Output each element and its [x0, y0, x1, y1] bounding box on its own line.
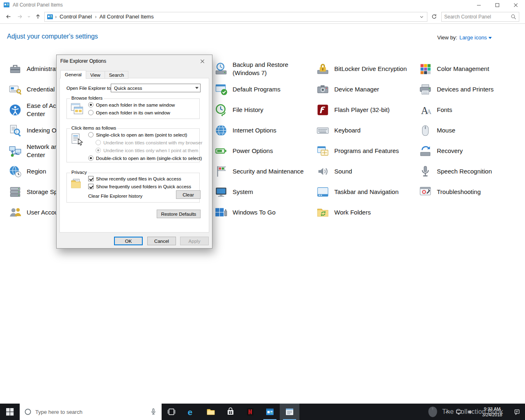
cp-item-devices-and-printers[interactable]: Devices and Printers [418, 80, 493, 98]
click-items-options: Single-click to open an item (point to s… [88, 132, 198, 163]
radio-mark-icon [88, 102, 94, 107]
cp-item-fonts[interactable]: AAFonts [418, 101, 452, 119]
netflix-button[interactable] [240, 404, 260, 420]
cp-item-sound[interactable]: Sound [316, 162, 352, 180]
taskbar-search-box[interactable] [20, 404, 162, 420]
store-button[interactable] [221, 404, 240, 420]
cp-item-security-and-maintenance[interactable]: Security and Maintenance [214, 162, 304, 180]
dialog-close-button[interactable] [193, 55, 212, 67]
cp-item-region[interactable]: Region [8, 162, 46, 180]
radio-single-click-to-open-an-item-point-to-select[interactable]: Single-click to open an item (point to s… [88, 132, 198, 138]
user-accounts-icon [8, 205, 22, 219]
tray-icons [441, 404, 476, 420]
back-arrow-icon [5, 13, 12, 20]
radio-double-click-to-open-an-item-single-click-to-select[interactable]: Double-click to open an item (single-cli… [88, 155, 198, 161]
taskbar-navigation-icon [316, 185, 330, 199]
search-input[interactable] [444, 14, 511, 20]
breadcrumb-item-all-control-panel-items[interactable]: All Control Panel Items [97, 13, 155, 21]
cancel-button[interactable]: Cancel [147, 237, 176, 245]
cp-item-color-management[interactable]: Color Management [418, 60, 489, 78]
ease-of-access-icon [8, 103, 22, 117]
ok-button[interactable]: OK [114, 237, 143, 245]
cp-item-troubleshooting[interactable]: Troubleshooting [418, 183, 481, 201]
start-icon [5, 407, 15, 417]
taskbar-search-input[interactable] [35, 409, 146, 415]
task-view-button[interactable] [162, 404, 181, 420]
dialog-titlebar[interactable]: File Explorer Options [57, 55, 212, 67]
dlg-privacy-icon [70, 177, 84, 191]
cp-item-flash-player-32-bit[interactable]: Flash Player (32-bit) [316, 101, 390, 119]
cp-item-recovery[interactable]: Recovery [418, 142, 463, 160]
cp-item-internet-options[interactable]: Internet Options [214, 121, 276, 139]
cp-item-taskbar-and-navigation[interactable]: Taskbar and Navigation [316, 183, 399, 201]
cp-item-keyboard[interactable]: Keyboard [316, 121, 361, 139]
network-button[interactable] [453, 404, 464, 420]
cp-item-label: Mouse [437, 126, 455, 135]
volume-button[interactable] [464, 404, 476, 420]
cp-item-programs-and-features[interactable]: Programs and Features [316, 142, 399, 160]
cp-item-system[interactable]: System [214, 183, 253, 201]
cp-item-backup-and-restore-windows-7[interactable]: Backup and Restore (Windows 7) [214, 60, 313, 78]
breadcrumb-separator-icon: › [54, 14, 57, 20]
back-button[interactable] [2, 11, 14, 23]
tab-general[interactable]: General [60, 70, 86, 79]
open-to-select[interactable]: Quick access [111, 84, 201, 92]
cp-item-file-history[interactable]: File History [214, 101, 263, 119]
breadcrumb-item-control-panel[interactable]: Control Panel [57, 13, 94, 21]
address-history-chevron-icon[interactable] [418, 14, 425, 20]
maximize-button[interactable] [488, 0, 507, 10]
forward-button[interactable] [14, 11, 25, 23]
tab-search[interactable]: Search [105, 71, 128, 79]
cp-item-speech-recognition[interactable]: Speech Recognition [418, 162, 492, 180]
cp-item-label: Device Manager [334, 85, 379, 94]
microphone-icon-slot[interactable] [149, 408, 158, 416]
recent-pages-dropdown[interactable] [25, 11, 32, 23]
close-button[interactable] [507, 0, 525, 10]
apply-button[interactable]: Apply [180, 237, 209, 245]
minimize-button[interactable] [470, 0, 488, 10]
breadcrumb-separator-icon: › [94, 14, 97, 20]
clock-date: 3/24/2018 [476, 412, 509, 418]
radio-open-each-folder-in-its-own-window[interactable]: Open each folder in its own window [88, 110, 198, 116]
cp-item-bitlocker-drive-encryption[interactable]: BitLocker Drive Encryption [316, 60, 407, 78]
cp-item-label: Sound [334, 167, 352, 176]
clear-button[interactable]: Clear [176, 190, 201, 199]
address-location-icon-slot [47, 14, 53, 20]
cp-item-work-folders[interactable]: Work Folders [316, 203, 371, 221]
address-bar[interactable]: ›Control Panel›All Control Panel Items [44, 12, 427, 22]
checkbox-show-recently-used-files-in-quick-access[interactable]: Show recently used files in Quick access [88, 176, 198, 182]
file-explorer-options-button[interactable] [280, 404, 299, 420]
clear-history-label: Clear File Explorer history [88, 194, 142, 199]
cortana-icon [24, 408, 32, 416]
caption-buttons [470, 0, 525, 10]
privacy-group: Privacy Show recently used files in Quic… [66, 173, 200, 203]
svg-text:e: e [188, 407, 193, 417]
up-button[interactable] [32, 11, 43, 23]
cp-item-windows-to-go[interactable]: Windows To Go [214, 203, 276, 221]
radio-mark-icon [96, 148, 101, 153]
action-center-button[interactable] [509, 404, 525, 420]
edge-button[interactable]: e [181, 404, 201, 420]
radio-underline-icon-titles-only-when-i-point-at-them[interactable]: Underline icon titles only when I point … [96, 147, 198, 153]
cp-item-device-manager[interactable]: Device Manager [316, 80, 379, 98]
taskbar-clock[interactable]: 9:33 AM 3/24/2018 [476, 406, 509, 418]
start-button[interactable] [0, 404, 20, 420]
restore-defaults-button[interactable]: Restore Defaults [157, 210, 201, 218]
cp-item-power-options[interactable]: Power Options [214, 142, 273, 160]
radio-underline-icon-titles-consistent-with-my-browser[interactable]: Underline icon titles consistent with my… [96, 139, 198, 146]
privacy-icon-slot [70, 177, 84, 191]
refresh-button[interactable] [428, 11, 440, 23]
option-label: Single-click to open an item (point to s… [96, 132, 187, 137]
radio-open-each-folder-in-the-same-window[interactable]: Open each folder in the same window [88, 102, 198, 108]
control-panel-button[interactable] [260, 404, 280, 420]
mouse-icon [418, 123, 432, 137]
cp-item-default-programs[interactable]: Default Programs [214, 80, 281, 98]
maximize-icon [495, 3, 500, 7]
chevron-up-button[interactable] [441, 404, 453, 420]
cp-item-mouse[interactable]: Mouse [418, 121, 455, 139]
cp-small-icon [47, 14, 53, 20]
file-explorer-button[interactable] [201, 404, 221, 420]
search-box[interactable] [441, 12, 519, 22]
checkbox-show-frequently-used-folders-in-quick-access[interactable]: Show frequently used folders in Quick ac… [88, 183, 198, 189]
tab-view[interactable]: View [86, 71, 105, 79]
